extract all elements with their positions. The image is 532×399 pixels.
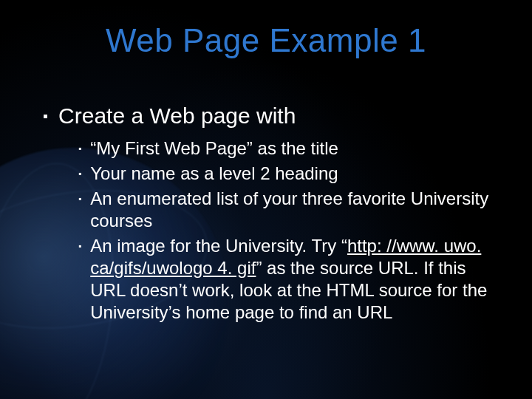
bullet-icon: ▪ [78, 235, 81, 257]
bullet-icon: ▪ [43, 103, 48, 129]
text-segment: An image for the University. Try “ [90, 236, 347, 256]
item-text: An image for the University. Try “http: … [90, 235, 502, 324]
item-text: Create a Web page with [58, 103, 296, 129]
item-text: Your name as a level 2 heading [90, 163, 338, 185]
item-text: “My First Web Page” as the title [90, 137, 338, 160]
list-item: ▪ An enumerated list of your three favor… [78, 188, 502, 232]
slide: Web Page Example 1 ▪ Create a Web page w… [0, 0, 532, 399]
list-item: ▪ Create a Web page with [43, 103, 502, 129]
list-item: ▪ An image for the University. Try “http… [78, 235, 502, 324]
bullet-icon: ▪ [78, 137, 81, 160]
slide-content: ▪ Create a Web page with ▪ “My First Web… [43, 103, 502, 327]
sub-list: ▪ “My First Web Page” as the title ▪ You… [78, 137, 502, 324]
slide-title: Web Page Example 1 [0, 22, 532, 59]
list-item: ▪ “My First Web Page” as the title [78, 137, 502, 160]
bullet-icon: ▪ [78, 163, 81, 185]
list-item: ▪ Your name as a level 2 heading [78, 163, 502, 185]
bullet-icon: ▪ [78, 188, 81, 210]
item-text: An enumerated list of your three favorit… [90, 188, 502, 232]
